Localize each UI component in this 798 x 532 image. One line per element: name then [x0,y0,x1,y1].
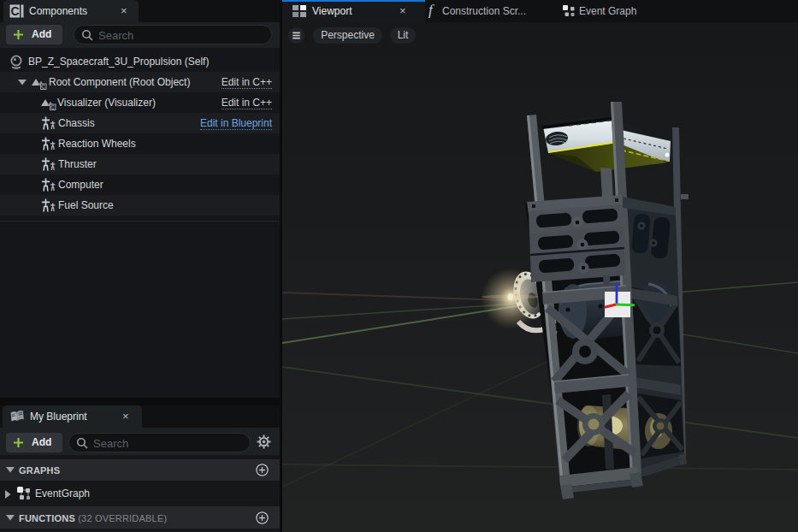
svg-text:C: C [11,4,20,18]
